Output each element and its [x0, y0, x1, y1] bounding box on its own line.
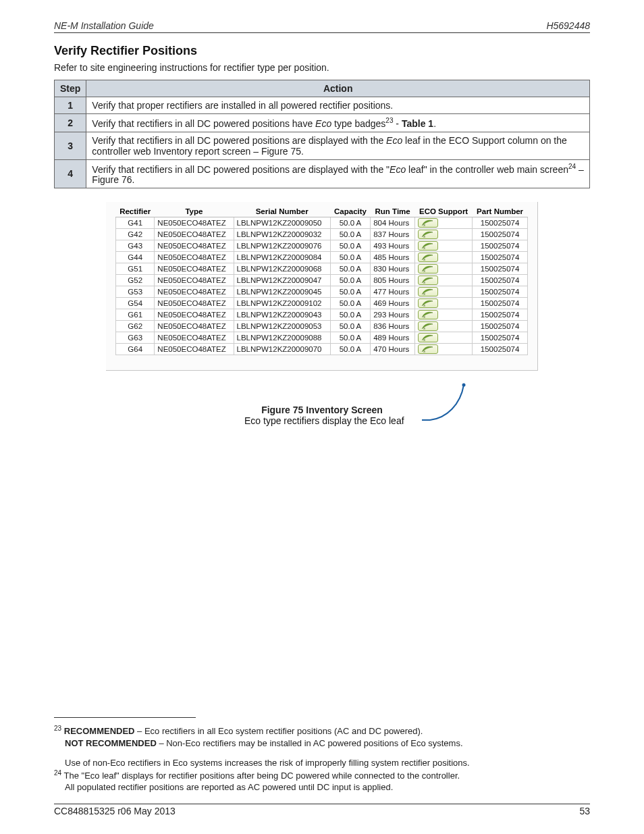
svg-text:s: s: [423, 246, 425, 250]
svg-text:s: s: [423, 257, 425, 261]
inventory-table: RectifierTypeSerial NumberCapacityRun Ti…: [115, 206, 528, 355]
eco-leaf-icon: s: [418, 241, 438, 251]
col-step: Step: [55, 80, 86, 97]
eco-leaf-icon: s: [418, 310, 438, 319]
inv-cell: G63: [116, 332, 155, 344]
eco-leaf-icon: s: [418, 344, 438, 354]
inv-cell: 293 Hours: [371, 309, 415, 321]
inv-cell: s: [415, 309, 473, 321]
intro-line: Refer to site engineering instructions f…: [54, 62, 590, 73]
fn24-line2: All populated rectifier positions are re…: [54, 782, 590, 792]
step-index: 4: [55, 159, 86, 188]
inv-cell: 150025074: [473, 217, 528, 229]
eco-leaf-icon: s: [418, 298, 438, 308]
inv-cell: G52: [116, 275, 155, 286]
section-title: Verify Rectifier Positions: [54, 44, 590, 58]
inv-cell: 150025074: [473, 275, 528, 286]
inv-row: G53NE050ECO48ATEZLBLNPW12KZ2000904550.0 …: [116, 286, 528, 298]
step-table: Step Action 1Verify that proper rectifie…: [54, 80, 590, 188]
footer-left: CC848815325 r06 May 2013: [54, 806, 176, 816]
inv-row: G41NE050ECO48ATEZLBLNPW12KZ2000905050.0 …: [116, 217, 528, 229]
inv-cell: LBLNPW12KZ20009068: [234, 263, 330, 275]
inv-cell: NE050ECO48ATEZ: [155, 252, 234, 263]
svg-point-12: [462, 384, 466, 387]
inv-cell: G64: [116, 344, 155, 355]
inv-cell: 50.0 A: [330, 286, 370, 298]
step-index: 3: [55, 132, 86, 159]
col-action: Action: [86, 80, 590, 97]
inv-cell: LBLNPW12KZ20009032: [234, 229, 330, 240]
inv-cell: NE050ECO48ATEZ: [155, 321, 234, 332]
inv-row: G43NE050ECO48ATEZLBLNPW12KZ2000907650.0 …: [116, 240, 528, 252]
inv-cell: s: [415, 286, 473, 298]
inv-cell: NE050ECO48ATEZ: [155, 309, 234, 321]
inv-cell: G41: [116, 217, 155, 229]
inv-cell: LBLNPW12KZ20009053: [234, 321, 330, 332]
inv-cell: 50.0 A: [330, 240, 370, 252]
eco-leaf-icon: s: [418, 321, 438, 331]
inv-cell: 150025074: [473, 298, 528, 309]
inv-cell: 805 Hours: [371, 275, 415, 286]
inv-cell: LBLNPW12KZ20009070: [234, 344, 330, 355]
page-header: NE-M Installation Guide H5692448: [54, 20, 590, 33]
inv-cell: s: [415, 298, 473, 309]
inv-cell: NE050ECO48ATEZ: [155, 229, 234, 240]
footer-right: 53: [579, 806, 590, 816]
step-action: Verify that rectifiers in all DC powered…: [86, 132, 590, 159]
eco-leaf-icon: s: [418, 276, 438, 285]
svg-text:s: s: [423, 303, 425, 307]
inv-cell: s: [415, 275, 473, 286]
inv-cell: 50.0 A: [330, 321, 370, 332]
fn23-rec: RECOMMENDED: [64, 727, 135, 737]
inv-cell: 150025074: [473, 321, 528, 332]
eco-leaf-icon: s: [418, 333, 438, 342]
inv-cell: 493 Hours: [371, 240, 415, 252]
inv-cell: 50.0 A: [330, 275, 370, 286]
inv-cell: NE050ECO48ATEZ: [155, 217, 234, 229]
fn23-notrec-rest: – Non-Eco rectifiers may be installed in…: [157, 738, 463, 748]
inv-row: G61NE050ECO48ATEZLBLNPW12KZ2000904350.0 …: [116, 309, 528, 321]
inv-cell: 489 Hours: [371, 332, 415, 344]
inv-col-header: Type: [155, 206, 234, 217]
inv-cell: NE050ECO48ATEZ: [155, 275, 234, 286]
inv-cell: LBLNPW12KZ20009084: [234, 252, 330, 263]
inv-cell: 50.0 A: [330, 344, 370, 355]
inv-col-header: Serial Number: [234, 206, 330, 217]
inv-cell: s: [415, 332, 473, 344]
inv-cell: s: [415, 263, 473, 275]
svg-text:s: s: [423, 349, 425, 353]
inv-col-header: Run Time: [371, 206, 415, 217]
step-index: 1: [55, 97, 86, 114]
footnotes: 23 RECOMMENDED – Eco rectifiers in all E…: [54, 717, 590, 793]
inv-col-header: Capacity: [330, 206, 370, 217]
figure-caption: Figure 75 Inventory Screen: [54, 405, 590, 415]
inv-cell: NE050ECO48ATEZ: [155, 332, 234, 344]
fn23-line3: Use of non-Eco rectifiers in Eco systems…: [54, 758, 590, 768]
svg-text:s: s: [423, 315, 425, 319]
step-action: Verify that proper rectifiers are instal…: [86, 97, 590, 114]
inv-cell: LBLNPW12KZ20009076: [234, 240, 330, 252]
eco-leaf-icon: s: [418, 287, 438, 296]
inv-cell: NE050ECO48ATEZ: [155, 240, 234, 252]
inv-cell: 50.0 A: [330, 229, 370, 240]
inv-row: G44NE050ECO48ATEZLBLNPW12KZ2000908450.0 …: [116, 252, 528, 263]
inv-row: G52NE050ECO48ATEZLBLNPW12KZ2000904750.0 …: [116, 275, 528, 286]
inv-row: G42NE050ECO48ATEZLBLNPW12KZ2000903250.0 …: [116, 229, 528, 240]
inv-col-header: Rectifier: [116, 206, 155, 217]
inv-cell: 150025074: [473, 332, 528, 344]
eco-leaf-icon: s: [418, 218, 438, 228]
inv-cell: 150025074: [473, 286, 528, 298]
inv-cell: s: [415, 229, 473, 240]
fn23-notrec: NOT RECOMMENDED: [65, 738, 157, 748]
inv-cell: 50.0 A: [330, 252, 370, 263]
inv-col-header: Part Number: [473, 206, 528, 217]
eco-leaf-icon: s: [418, 253, 438, 262]
inv-cell: G53: [116, 286, 155, 298]
inv-cell: NE050ECO48ATEZ: [155, 263, 234, 275]
inv-row: G64NE050ECO48ATEZLBLNPW12KZ2000907050.0 …: [116, 344, 528, 355]
inv-cell: 150025074: [473, 263, 528, 275]
inv-cell: LBLNPW12KZ20009102: [234, 298, 330, 309]
inv-cell: LBLNPW12KZ20009045: [234, 286, 330, 298]
inv-cell: G51: [116, 263, 155, 275]
inv-cell: LBLNPW12KZ20009088: [234, 332, 330, 344]
